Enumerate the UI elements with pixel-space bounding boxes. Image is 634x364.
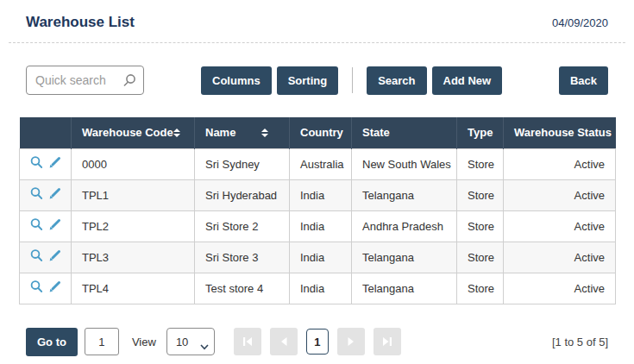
page-size-select[interactable]: 10	[166, 328, 215, 355]
warehouse-code-cell: TPL3	[72, 242, 195, 273]
sort-icon[interactable]	[261, 129, 268, 137]
last-page-icon	[381, 336, 393, 348]
first-page-icon	[242, 336, 254, 348]
table-row: 0000Sri SydneyAustraliaNew South WalesSt…	[20, 148, 616, 179]
state-cell: Telangana	[352, 273, 457, 304]
column-header-status: Warehouse Status	[504, 117, 616, 148]
warehouse-status-cell: Active	[504, 210, 616, 242]
last-page-button[interactable]	[373, 328, 401, 355]
page-size-wrap: 10	[166, 328, 215, 355]
search-icon[interactable]	[29, 186, 44, 204]
previous-page-icon	[278, 336, 290, 348]
state-cell: Andhra Pradesh	[352, 210, 457, 242]
search-icon[interactable]	[29, 155, 44, 173]
column-header-label: Type	[468, 126, 493, 139]
search-icon[interactable]	[29, 217, 44, 235]
table-header-row: Warehouse CodeNameCountryStateTypeWareho…	[20, 117, 616, 148]
column-header-actions	[20, 117, 72, 148]
next-page-button[interactable]	[337, 328, 365, 355]
quick-search-input[interactable]	[26, 66, 144, 95]
name-cell: Sri Store 2	[195, 210, 290, 242]
search-button[interactable]: Search	[367, 66, 426, 95]
next-page-icon	[345, 336, 357, 348]
name-cell: Test store 4	[195, 273, 290, 304]
record-range-text: [1 to 5 of 5]	[552, 336, 608, 348]
type-cell: Store	[457, 210, 504, 242]
pagination-footer: Go to View 10	[26, 328, 608, 356]
state-cell: Telangana	[352, 179, 457, 210]
warehouse-table: Warehouse CodeNameCountryStateTypeWareho…	[19, 117, 616, 304]
first-page-button[interactable]	[234, 328, 261, 355]
row-actions-cell	[20, 148, 72, 179]
back-button[interactable]: Back	[559, 66, 608, 95]
columns-button[interactable]: Columns	[201, 66, 272, 95]
name-cell: Sri Hyderabad	[195, 179, 290, 210]
table-row: TPL1Sri HyderabadIndiaTelanganaStoreActi…	[20, 179, 616, 210]
row-actions-cell	[20, 273, 72, 304]
table-row: TPL4Test store 4IndiaTelanganaStoreActiv…	[20, 273, 616, 304]
column-header-type: Type	[457, 117, 504, 148]
previous-page-button[interactable]	[270, 328, 298, 355]
state-cell: Telangana	[352, 242, 457, 273]
column-header-label: State	[362, 126, 390, 139]
row-actions-cell	[20, 242, 72, 273]
warehouse-code-cell: TPL2	[72, 210, 195, 242]
warehouse-code-cell: 0000	[72, 148, 195, 179]
warehouse-code-cell: TPL4	[72, 273, 195, 304]
goto-page-input[interactable]	[85, 328, 119, 355]
column-header-name[interactable]: Name	[195, 117, 290, 148]
edit-icon[interactable]	[47, 217, 62, 235]
edit-icon[interactable]	[47, 279, 62, 297]
table-row: TPL3Sri Store 3IndiaTelanganaStoreActive	[20, 242, 616, 273]
warehouse-status-cell: Active	[504, 148, 616, 179]
goto-button[interactable]: Go to	[26, 328, 78, 356]
row-actions-cell	[20, 179, 72, 210]
country-cell: India	[290, 273, 352, 304]
row-actions-cell	[20, 210, 72, 242]
page-title: Warehouse List	[26, 14, 135, 31]
table-row: TPL2Sri Store 2IndiaAndhra PradeshStoreA…	[20, 210, 616, 242]
current-page-indicator[interactable]: 1	[306, 329, 329, 355]
country-cell: India	[290, 179, 352, 210]
warehouse-code-cell: TPL1	[72, 179, 195, 210]
toolbar: Columns Sorting Search Add New Back	[26, 66, 608, 95]
type-cell: Store	[457, 273, 504, 304]
pager: 1	[234, 328, 401, 355]
country-cell: India	[290, 210, 352, 242]
add-new-button[interactable]: Add New	[432, 66, 503, 95]
column-header-label: Warehouse Status	[514, 126, 612, 139]
type-cell: Store	[457, 242, 504, 273]
column-header-label: Warehouse Code	[82, 126, 173, 139]
page-header: Warehouse List 04/09/2020	[9, 9, 625, 43]
warehouse-list-page: Warehouse List 04/09/2020 Columns Sortin…	[0, 0, 634, 356]
country-cell: Australia	[290, 148, 352, 179]
toolbar-divider	[352, 67, 353, 93]
column-header-state: State	[352, 117, 457, 148]
edit-icon[interactable]	[47, 155, 62, 173]
state-cell: New South Wales	[352, 148, 457, 179]
edit-icon[interactable]	[47, 186, 62, 204]
column-header-code[interactable]: Warehouse Code	[72, 117, 195, 148]
view-label: View	[132, 336, 156, 348]
country-cell: India	[290, 242, 352, 273]
page-date: 04/09/2020	[552, 16, 608, 29]
type-cell: Store	[457, 179, 504, 210]
name-cell: Sri Store 3	[195, 242, 290, 273]
sorting-button[interactable]: Sorting	[277, 66, 339, 95]
edit-icon[interactable]	[47, 248, 62, 266]
warehouse-status-cell: Active	[504, 273, 616, 304]
column-header-country: Country	[290, 117, 352, 148]
quick-search-box	[26, 66, 144, 95]
name-cell: Sri Sydney	[195, 148, 290, 179]
sort-icon[interactable]	[173, 129, 180, 137]
column-header-label: Country	[300, 126, 343, 139]
column-header-label: Name	[205, 126, 235, 139]
warehouse-status-cell: Active	[504, 242, 616, 273]
search-icon[interactable]	[29, 248, 44, 266]
type-cell: Store	[457, 148, 504, 179]
warehouse-status-cell: Active	[504, 179, 616, 210]
search-icon[interactable]	[29, 279, 44, 297]
